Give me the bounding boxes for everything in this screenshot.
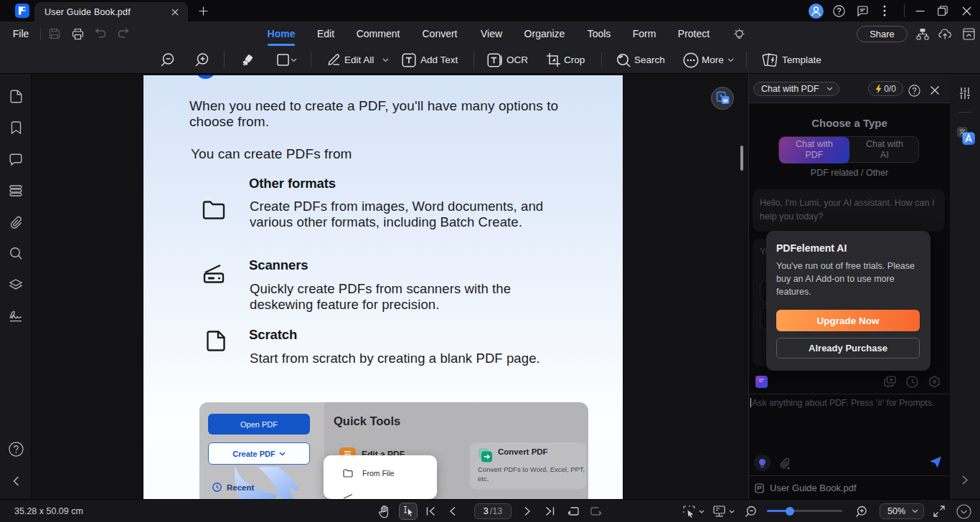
ai-input-placeholder[interactable]: Ask anything about PDF. Press '#' for Pr… (752, 398, 948, 408)
sitemap-icon[interactable] (914, 22, 931, 46)
last-page-icon[interactable] (542, 500, 557, 522)
next-view-icon[interactable] (588, 500, 605, 522)
more-label[interactable]: More (702, 46, 724, 74)
menu-file[interactable]: File (10, 22, 32, 46)
ai-settings-icon[interactable] (928, 376, 941, 388)
crop-label[interactable]: Crop (564, 46, 585, 74)
select-tool-button[interactable] (399, 503, 418, 520)
dropdown-from-file-item[interactable]: From File (343, 469, 394, 478)
idea-bulb-icon[interactable] (754, 455, 771, 471)
upgrade-now-button[interactable]: Upgrade Now (776, 310, 920, 331)
zoom-level-select[interactable]: 50% (880, 503, 924, 519)
menu-tab-home[interactable]: Home (268, 22, 295, 46)
ai-mode-select[interactable]: Chat with PDF (753, 82, 839, 96)
menu-tab-comment[interactable]: Comment (353, 22, 403, 46)
redo-icon[interactable] (115, 22, 132, 46)
account-avatar[interactable] (804, 0, 827, 22)
minimize-icon[interactable] (908, 0, 931, 22)
ai-credits-badge[interactable]: 0/0 (868, 81, 903, 96)
menu-tab-organize[interactable]: Organize (519, 22, 570, 46)
add-text-label[interactable]: Add Text (420, 46, 458, 74)
layers-panel-icon[interactable] (0, 274, 32, 295)
translate-panel-icon[interactable] (950, 125, 980, 145)
crop-icon[interactable] (544, 46, 562, 74)
edit-all-chevron-icon[interactable] (381, 46, 390, 74)
edit-all-icon[interactable] (324, 46, 343, 74)
add-text-icon[interactable] (400, 46, 418, 74)
menu-tab-view[interactable]: View (477, 22, 506, 46)
properties-panel-icon[interactable] (950, 86, 980, 100)
collapse-statusbar-icon[interactable] (955, 500, 972, 522)
more-chevron-icon[interactable] (726, 46, 735, 74)
shape-tool-chevron-icon[interactable] (289, 46, 298, 74)
selection-mode-chevron-icon[interactable] (697, 500, 705, 522)
help-icon[interactable] (827, 0, 850, 22)
already-purchase-button[interactable]: Already Purchase (776, 338, 920, 359)
selection-mode-icon[interactable] (681, 500, 697, 522)
chat-with-ai-toggle[interactable]: Chat with AI (849, 137, 920, 163)
attach-file-icon[interactable] (778, 457, 792, 470)
convert-to-word-badge[interactable]: W (711, 87, 734, 110)
search-label[interactable]: Search (634, 46, 665, 74)
ai-attached-file-row[interactable]: User Guide Book.pdf (755, 483, 857, 493)
template-label[interactable]: Template (782, 46, 821, 74)
zoom-in-tool-icon[interactable] (193, 46, 210, 74)
next-page-icon[interactable] (519, 500, 535, 522)
bookmarks-panel-icon[interactable] (0, 117, 32, 138)
more-menu-icon[interactable] (873, 0, 896, 22)
send-message-icon[interactable] (929, 456, 942, 468)
menu-tab-form[interactable]: Form (628, 22, 660, 46)
pan-tool-icon[interactable] (376, 500, 393, 522)
menu-tab-convert[interactable]: Convert (416, 22, 463, 46)
zoom-out-tool-icon[interactable] (159, 46, 176, 74)
highlighter-icon[interactable] (239, 46, 256, 74)
recent-link[interactable]: Recent (212, 483, 254, 492)
first-page-icon[interactable] (423, 500, 438, 522)
print-icon[interactable] (69, 22, 86, 46)
expand-panel-icon[interactable] (950, 475, 980, 485)
previous-page-icon[interactable] (445, 500, 461, 522)
convert-pdf-card[interactable]: Convert PDF Convert PDFs to Word, Excel,… (470, 442, 586, 489)
undo-icon[interactable] (92, 22, 109, 46)
ocr-label[interactable]: OCR (507, 46, 528, 74)
document-scrollbar-thumb[interactable] (740, 146, 743, 171)
page-organize-panel-icon[interactable] (0, 180, 32, 201)
menu-tab-tools[interactable]: Tools (583, 22, 616, 46)
comments-panel-icon[interactable] (0, 148, 32, 170)
cloud-upload-icon[interactable] (936, 22, 953, 46)
signature-panel-icon[interactable] (0, 305, 32, 327)
more-tools-icon[interactable] (682, 46, 700, 74)
new-chat-icon[interactable] (884, 376, 896, 387)
menu-tab-protect[interactable]: Protect (673, 22, 715, 46)
zoom-slider-knob[interactable] (786, 507, 794, 516)
save-icon[interactable] (46, 22, 63, 46)
close-window-icon[interactable] (955, 0, 978, 22)
ocr-icon[interactable] (486, 46, 504, 74)
create-pdf-button[interactable]: Create PDF (208, 442, 310, 465)
page-layout-icon[interactable] (711, 500, 727, 522)
ai-help-icon[interactable] (908, 85, 920, 97)
page-layout-chevron-icon[interactable] (727, 500, 735, 522)
open-pdf-button[interactable]: Open PDF (208, 414, 310, 435)
sidebar-collapse-icon[interactable] (0, 470, 32, 492)
share-button[interactable]: Share (857, 26, 908, 42)
sidebar-help-icon[interactable] (0, 438, 32, 460)
menu-tab-edit[interactable]: Edit (314, 22, 337, 46)
edit-all-label[interactable]: Edit All (344, 46, 374, 74)
prompt-library-icon[interactable] (755, 376, 768, 388)
feedback-icon[interactable] (851, 0, 874, 22)
chat-with-pdf-toggle[interactable]: Chat with PDF (779, 137, 849, 163)
search-tool-icon[interactable] (614, 46, 633, 74)
collapse-toolbar-icon[interactable] (960, 22, 977, 46)
page-number-box[interactable]: 3 /13 (474, 503, 512, 519)
search-panel-icon[interactable] (0, 242, 32, 264)
history-icon[interactable] (906, 376, 918, 388)
thumbnails-panel-icon[interactable] (0, 85, 32, 107)
fullscreen-icon[interactable] (930, 500, 948, 522)
attachments-panel-icon[interactable] (0, 212, 32, 233)
previous-view-icon[interactable] (565, 500, 582, 522)
restore-icon[interactable] (931, 0, 954, 22)
ai-close-icon[interactable] (930, 85, 941, 96)
zoom-out-status-icon[interactable] (743, 500, 758, 522)
template-icon[interactable] (760, 46, 780, 74)
